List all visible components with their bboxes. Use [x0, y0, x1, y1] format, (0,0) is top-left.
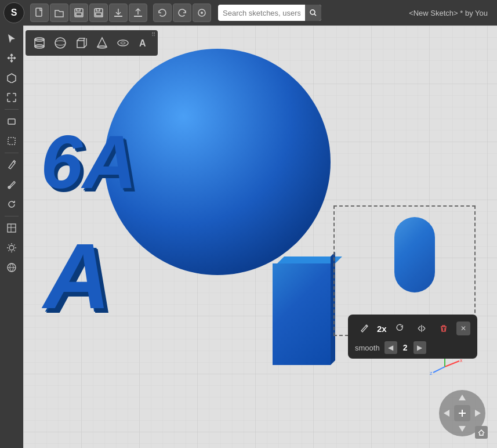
- search-box: [218, 5, 321, 21]
- app-logo[interactable]: S: [3, 2, 24, 23]
- svg-rect-2: [77, 9, 80, 11]
- tool-rect-select[interactable]: [2, 132, 21, 150]
- svg-text:z: z: [430, 370, 433, 376]
- shape-sphere[interactable]: [51, 34, 70, 52]
- svg-marker-39: [459, 395, 466, 400]
- shape-cone[interactable]: [93, 34, 111, 52]
- svg-marker-41: [444, 410, 449, 417]
- tool-transform[interactable]: [2, 68, 21, 87]
- svg-line-35: [433, 367, 445, 373]
- popup-smooth-row: smooth ◀ 2 ▶: [355, 341, 470, 354]
- svg-rect-16: [77, 41, 84, 48]
- shape-cylinder[interactable]: [30, 34, 49, 52]
- svg-point-28: [9, 245, 14, 250]
- nav-home-button[interactable]: [475, 426, 488, 439]
- popup-smooth-label: smooth: [355, 344, 380, 352]
- svg-point-10: [310, 10, 315, 15]
- svg-text:A: A: [139, 38, 146, 48]
- top-toolbar: S +: [0, 0, 497, 26]
- svg-rect-0: [36, 8, 42, 16]
- object-box[interactable]: [273, 263, 331, 365]
- popup-close-button[interactable]: ✕: [456, 321, 470, 335]
- shape-text[interactable]: A: [135, 34, 153, 52]
- tool-pen[interactable]: [2, 156, 21, 174]
- nav-cube-background: [439, 390, 485, 436]
- redo-button[interactable]: [173, 3, 191, 22]
- popup-count-badge: 2x: [377, 324, 387, 334]
- save-as-button[interactable]: +: [89, 3, 108, 22]
- svg-text:+: +: [101, 15, 103, 18]
- tool-share[interactable]: [2, 258, 21, 277]
- svg-point-15: [55, 41, 66, 45]
- save-button[interactable]: [70, 3, 88, 22]
- popup-flip-button[interactable]: [412, 319, 431, 338]
- svg-marker-21: [8, 74, 16, 83]
- shape-torus[interactable]: [114, 34, 132, 52]
- nav-down-button[interactable]: [458, 424, 467, 433]
- svg-marker-40: [459, 426, 466, 432]
- tool-paint[interactable]: [2, 175, 21, 194]
- svg-marker-42: [475, 410, 481, 417]
- undo-button[interactable]: [153, 3, 172, 22]
- popup-smooth-decrease[interactable]: ◀: [384, 341, 397, 354]
- import-button[interactable]: [129, 3, 147, 22]
- svg-point-9: [201, 12, 203, 14]
- svg-point-19: [121, 42, 125, 44]
- svg-line-33: [445, 361, 459, 367]
- object-sphere[interactable]: [104, 49, 331, 275]
- tools-button[interactable]: [193, 3, 211, 22]
- popup-action-row: 2x ✕: [355, 319, 470, 338]
- new-button[interactable]: [30, 3, 49, 22]
- tool-rotate[interactable]: [2, 195, 21, 214]
- shape-box[interactable]: [72, 34, 90, 52]
- svg-rect-25: [8, 224, 16, 232]
- search-input[interactable]: [218, 9, 305, 17]
- nav-right-button[interactable]: [473, 409, 482, 418]
- sidebar-separator-2: [5, 153, 19, 153]
- sketch-title: <New Sketch> * by You: [409, 9, 494, 17]
- popup-smooth-value: 2: [400, 343, 411, 352]
- popup-delete-button[interactable]: [434, 319, 453, 338]
- tool-move[interactable]: [2, 49, 21, 67]
- tool-light[interactable]: [2, 239, 21, 257]
- sidebar-separator-1: [5, 109, 19, 110]
- tool-erase[interactable]: [2, 112, 21, 131]
- left-sidebar: [0, 26, 23, 448]
- popup-repeat-button[interactable]: [390, 319, 409, 338]
- nav-cube: [439, 390, 485, 436]
- object-letter-6a[interactable]: 6A: [41, 118, 137, 205]
- object-letter-a[interactable]: A: [43, 223, 111, 330]
- canvas-area[interactable]: 6A A 2x: [23, 26, 497, 448]
- svg-rect-22: [8, 119, 15, 124]
- popup-edit-button[interactable]: [355, 319, 373, 338]
- svg-rect-3: [76, 13, 82, 16]
- svg-point-18: [118, 40, 128, 46]
- tool-select[interactable]: [2, 29, 21, 48]
- nav-left-button[interactable]: [442, 409, 452, 418]
- open-button[interactable]: [50, 3, 68, 22]
- shape-toolbar-drag-handle: ⠿: [151, 31, 155, 38]
- search-button[interactable]: [305, 5, 321, 21]
- context-popup: 2x ✕ smoot: [348, 315, 477, 359]
- shape-toolbar: A ⠿: [26, 30, 158, 56]
- nav-up-button[interactable]: [458, 393, 467, 403]
- export-button[interactable]: [109, 3, 128, 22]
- tool-scale[interactable]: [2, 88, 21, 107]
- svg-point-14: [55, 38, 66, 48]
- nav-center-button[interactable]: [454, 405, 470, 421]
- sidebar-separator-3: [5, 216, 19, 216]
- svg-rect-5: [96, 9, 100, 11]
- svg-rect-23: [8, 138, 15, 144]
- popup-smooth-increase[interactable]: ▶: [413, 341, 426, 354]
- tool-grid[interactable]: [2, 219, 21, 237]
